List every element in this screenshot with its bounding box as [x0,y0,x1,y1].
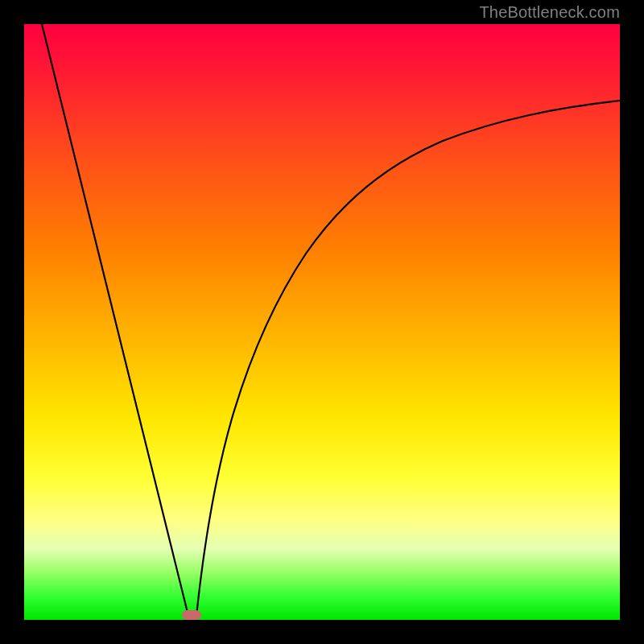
watermark-text: TheBottleneck.com [479,3,620,22]
optimal-marker [182,610,201,620]
curve-right [196,101,620,616]
plot-area [24,24,620,620]
chart-frame: TheBottleneck.com [0,0,644,644]
curve-left [42,24,188,616]
curve-layer [24,24,620,620]
